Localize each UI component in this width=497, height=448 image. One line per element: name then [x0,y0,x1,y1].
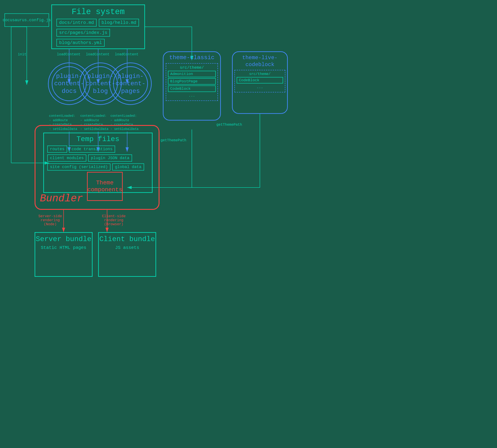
server-bundle-box: Server bundle Static HTML pages [35,232,93,277]
temp-item-plugin-json: plugin JSON data [88,155,132,162]
get-theme-path-1: getThemePath [161,138,186,143]
temp-item-code-translations: code translations [69,145,115,153]
theme-classic-box: theme-classic src/theme/ Admonition Blog… [163,51,221,121]
theme-classic-src: src/theme/ [168,65,216,70]
theme-live-inner: src/theme/ CodeBlock ... [234,70,285,92]
client-bundle-title: Client bundle [99,233,155,243]
temp-item-site-config: site config (serialized) [47,163,110,171]
temp-files-grid: routes code translations client modules … [44,143,152,173]
fs-item-3: blog/authors.yml [56,39,105,47]
server-side-rendering-label: Server-side rendering(Node) [35,214,66,226]
file-system-title: File system [52,5,144,16]
temp-item-client-modules: client modules [47,155,86,162]
plugin-pages-inner: plugin-content-pages [113,66,148,101]
fs-item-1: blog/hello.md [99,19,139,27]
init-label: init [18,52,26,56]
fs-item-2: src/pages/index.js [56,29,110,37]
config-file-box: docusaurus.config.js [4,13,49,27]
temp-item-global-data: global data [112,163,144,171]
theme-components-label: Themecomponents [87,179,122,193]
theme-classic-inner: src/theme/ Admonition BlogPostPage CodeB… [166,63,218,101]
plugin-pages-circle: plugin-content-pages [109,63,152,105]
theme-live-box: theme-live-codeblock src/theme/ CodeBloc… [232,51,288,114]
theme-classic-codeblock: CodeBlock [168,85,216,92]
diagram-container: docusaurus.config.js File system docs/in… [0,0,497,448]
fs-item-0: docs/intro.md [56,19,97,27]
theme-live-src: src/theme/ [237,72,283,76]
theme-components-box: Themecomponents [87,172,123,201]
client-bundle-subtitle: JS assets [99,243,155,250]
theme-live-ellipsis: ... [237,84,283,90]
load-content-3-label: loadContent [115,52,139,56]
client-bundle-box: Client bundle JS assets [98,232,156,277]
config-file-label: docusaurus.config.js [3,18,51,22]
client-side-rendering-label: Client-side rendering(Browser) [96,214,132,226]
temp-item-routes: routes [47,145,67,153]
load-content-2-label: loadContent [86,52,109,56]
theme-live-codeblock: CodeBlock [237,77,283,83]
bundler-label: Bundler [40,193,83,205]
theme-classic-ellipsis: ... [168,93,216,99]
server-bundle-title: Server bundle [35,233,92,243]
plugin-pages-label: plugin-content-pages [116,73,145,95]
file-system-box: File system docs/intro.md blog/hello.md … [51,4,145,49]
theme-classic-admonition: Admonition [168,71,216,77]
server-bundle-subtitle: Static HTML pages [35,243,92,250]
file-system-items: docs/intro.md blog/hello.md src/pages/in… [52,16,144,49]
load-content-1-label: loadContent [57,52,80,56]
theme-classic-blogpostpage: BlogPostPage [168,78,216,85]
theme-classic-title: theme-classic [164,52,220,61]
get-theme-path-2: getThemePath [216,123,242,127]
temp-files-title: Temp files [44,133,152,143]
theme-live-title: theme-live-codeblock [233,52,287,68]
